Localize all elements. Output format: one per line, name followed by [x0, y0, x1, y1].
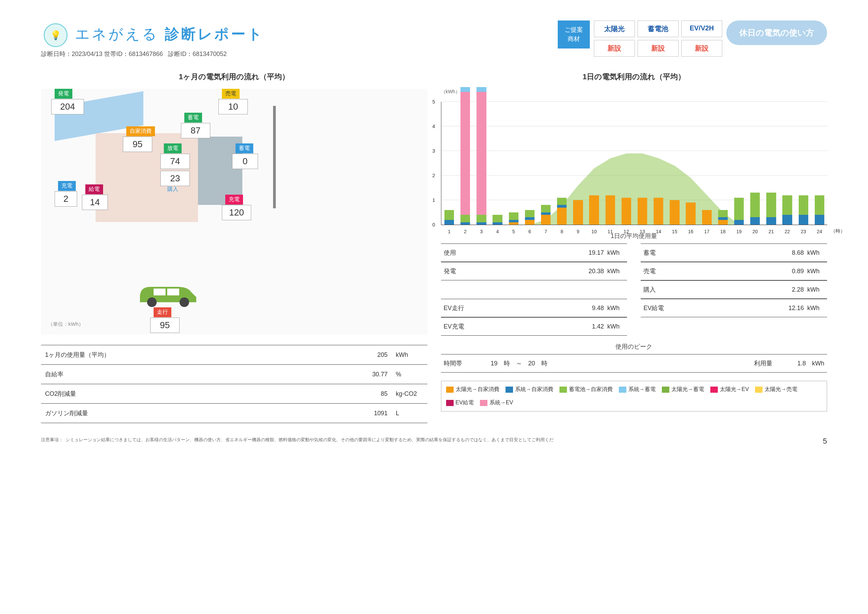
- label-run: 走行: [153, 307, 171, 317]
- row-label: 売電: [643, 267, 777, 275]
- chart-bar: [718, 217, 728, 219]
- label-gen: 発電: [54, 89, 72, 99]
- label-sell: 売電: [222, 89, 240, 99]
- chart-bar: [525, 217, 535, 219]
- peak-row: 時間帯 19時 ～ 20時 利用量 1.8 kWh: [441, 354, 828, 373]
- row-value: 205: [306, 345, 392, 365]
- report-meta: 診断日時：2023/04/13 世帯ID：6813467866 診断ID：681…: [41, 50, 264, 58]
- chart-bar: [460, 215, 470, 222]
- mode-pill: 休日の電気の使い方: [726, 20, 827, 45]
- row-label: ガソリン削減量: [41, 404, 306, 423]
- chart-legend: 太陽光→自家消費系統→自家消費蓄電池→自家消費系統→蓄電太陽光→蓄電太陽光→EV…: [441, 381, 828, 412]
- value-chg: 120: [222, 205, 251, 220]
- chart-bar: [493, 215, 502, 222]
- chart-bar: [815, 215, 824, 225]
- row-unit: kWh: [607, 268, 624, 275]
- equipment-grid: 太陽光 蓄電池 EV/V2H 新設 新設 新設: [594, 20, 722, 57]
- row-label: 自給率: [41, 365, 306, 384]
- chart-bar: [476, 222, 486, 225]
- value-gen: 204: [51, 99, 84, 114]
- chart-bar: [509, 220, 518, 222]
- row-unit: L: [392, 404, 427, 423]
- row-label: 使用: [444, 249, 577, 257]
- chart-bar: [815, 195, 824, 215]
- label-chg-left: 充電: [58, 181, 76, 191]
- chart-bar: [557, 198, 567, 205]
- chart-bar: [799, 195, 808, 215]
- row-label: EV走行: [444, 304, 577, 312]
- chart-bar: [460, 92, 470, 215]
- label-self: 自家消費: [126, 126, 155, 136]
- label-sup: 給電: [85, 184, 103, 194]
- legend-item: 太陽光→蓄電: [662, 386, 704, 393]
- row-value: 19.17: [577, 249, 604, 256]
- chart-bar: [573, 200, 583, 225]
- chart-bar: [476, 87, 486, 92]
- svg-point-0: [147, 297, 157, 307]
- chart-bar: [525, 220, 535, 225]
- row-unit: %: [392, 365, 427, 384]
- row-label: EV充電: [444, 322, 577, 331]
- daily-chart: 0123451234567891011121314151617181920212…: [441, 102, 828, 225]
- monthly-flow-section: 1ヶ月の電気利用の流れ（平均） 発電 204 売電 10 蓄電 87 自家消費 …: [41, 72, 427, 423]
- row-unit: kWh: [807, 286, 824, 293]
- monthly-summary-table: 1ヶ月の使用量（平均）205kWh自給率30.77%CO2削減量85kg-CO2…: [41, 345, 427, 423]
- val-ev: 新設: [681, 40, 722, 57]
- daily-avg-table: 使用19.17kWh蓄電8.68kWh発電20.38kWh売電0.89kWh 購…: [441, 244, 828, 336]
- chart-bar: [445, 220, 454, 225]
- row-value: 20.38: [577, 268, 604, 275]
- value-self: 95: [123, 137, 152, 152]
- row-unit: kWh: [807, 268, 824, 275]
- page-number: 5: [823, 437, 827, 446]
- row-value: 9.48: [577, 305, 604, 312]
- daily-flow-title: 1日の電気利用の流れ（平均）: [441, 72, 828, 82]
- legend-item: 太陽光→EV: [710, 386, 749, 393]
- chart-bar: [638, 198, 647, 225]
- value-dis: 74: [160, 154, 190, 169]
- chart-bar: [476, 92, 486, 215]
- svg-point-1: [180, 297, 189, 307]
- chart-bar: [718, 210, 728, 218]
- chart-bar: [541, 215, 550, 225]
- col-battery: 蓄電池: [638, 20, 679, 37]
- value-purch: 23: [160, 171, 190, 186]
- row-label: 発電: [444, 267, 577, 275]
- row-label: 購入: [643, 286, 777, 294]
- chart-bar: [766, 217, 776, 225]
- row-label: EV給電: [643, 304, 777, 312]
- monthly-flow-title: 1ヶ月の電気利用の流れ（平均）: [41, 72, 427, 82]
- header: 💡 エネがえる 診断レポート 診断日時：2023/04/13 世帯ID：6813…: [41, 20, 827, 58]
- label-dis: 放電: [164, 143, 181, 153]
- row-value: 12.16: [777, 305, 804, 312]
- chart-bar: [766, 193, 776, 217]
- chart-bar: [670, 200, 679, 225]
- chart-bar: [493, 222, 502, 225]
- value-store: 87: [181, 123, 210, 138]
- legend-item: 系統→蓄電: [619, 386, 656, 393]
- row-unit: kWh: [607, 249, 624, 256]
- col-solar: 太陽光: [594, 20, 635, 37]
- row-value: 1091: [306, 404, 392, 423]
- chart-bar: [782, 195, 792, 215]
- row-value: 85: [306, 384, 392, 404]
- chart-bar: [460, 87, 470, 92]
- legend-item: EV給電: [446, 399, 474, 406]
- chart-bar: [525, 210, 535, 218]
- row-value: 0.89: [777, 268, 804, 275]
- chart-ylabel: （kWh）: [441, 89, 828, 95]
- row-unit: kWh: [607, 323, 624, 330]
- chart-bar: [445, 210, 454, 220]
- val-battery: 新設: [638, 40, 679, 57]
- monthly-flow-diagram: 発電 204 売電 10 蓄電 87 自家消費 95 放電 74 蓄電 0 23…: [41, 89, 427, 335]
- row-unit: kg-CO2: [392, 384, 427, 404]
- value-sell: 10: [219, 99, 248, 114]
- car-icon: [133, 273, 202, 307]
- value-store2: 0: [232, 154, 258, 169]
- chart-bar: [750, 193, 760, 217]
- label-purch: 購入: [164, 184, 181, 194]
- chart-bar: [509, 222, 518, 225]
- row-unit: kWh: [607, 305, 624, 312]
- chart-bar: [782, 215, 792, 225]
- logo-icon: 💡: [41, 20, 68, 48]
- svg-rect-2: [153, 289, 166, 295]
